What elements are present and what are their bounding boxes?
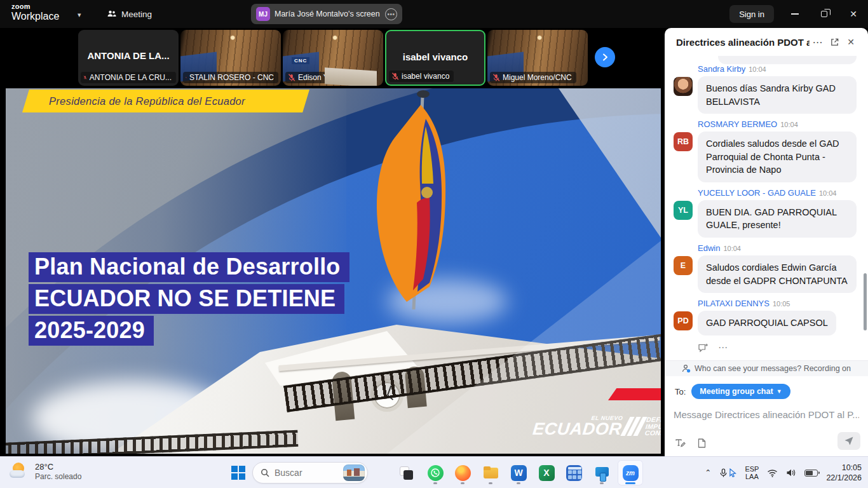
phone-link-icon bbox=[594, 465, 610, 481]
word-button[interactable]: W bbox=[506, 460, 531, 485]
message-bubble: Buenos días Sandra Kirby GAD BELLAVISTA bbox=[698, 76, 857, 114]
running-indicator bbox=[461, 482, 465, 484]
slide-title: Plan Nacional de Desarrollo ECUADOR NO S… bbox=[29, 252, 349, 348]
message-bubble: Cordiales saludos desde el GAD Parroquia… bbox=[698, 132, 857, 182]
chevron-right-icon bbox=[600, 53, 609, 62]
microphone-tray-icon[interactable] bbox=[719, 468, 728, 478]
tab-meeting[interactable]: Meeting bbox=[102, 5, 157, 23]
muted-mic-icon bbox=[186, 74, 187, 81]
participant-tile[interactable]: CNC Edison Yánez / CNC bbox=[283, 30, 383, 86]
close-chat-icon[interactable]: ✕ bbox=[843, 34, 859, 50]
task-view-button[interactable] bbox=[393, 460, 419, 485]
attach-file-icon[interactable] bbox=[697, 438, 707, 449]
avatar: E bbox=[674, 256, 693, 275]
participant-tile[interactable]: ANTONIA DE LA... ANTONIA DE LA CRU... bbox=[78, 30, 179, 86]
format-text-icon[interactable] bbox=[675, 438, 686, 449]
tray-time: 10:05 bbox=[826, 463, 862, 473]
message-actions: ⋯ bbox=[665, 341, 868, 354]
chat-more-icon[interactable]: ⋯ bbox=[810, 34, 826, 50]
add-reply-icon[interactable] bbox=[698, 342, 709, 353]
sign-in-button[interactable]: Sign in bbox=[729, 5, 774, 23]
avatar: YL bbox=[674, 201, 693, 220]
wifi-icon[interactable] bbox=[767, 469, 778, 477]
participant-label: ANTONIA DE LA CRU... bbox=[90, 73, 172, 82]
slide-title-line: Plan Nacional de Desarrollo bbox=[29, 252, 349, 282]
chevron-down-icon[interactable]: ▾ bbox=[78, 11, 81, 19]
muted-mic-icon bbox=[83, 74, 87, 81]
taskbar-search[interactable] bbox=[252, 462, 368, 484]
workplace-logo-text: Workplace bbox=[11, 11, 59, 22]
privacy-notice-bar[interactable]: Who can see your messages? Recording on bbox=[665, 360, 868, 376]
participant-tile[interactable]: STALIN ROSERO - CNC bbox=[180, 30, 281, 86]
search-input[interactable] bbox=[275, 468, 338, 478]
chat-message-list: Sandra Kirby10:04 Buenos días Sandra Kir… bbox=[665, 64, 868, 354]
running-indicator bbox=[517, 482, 520, 484]
chat-scrollbar[interactable] bbox=[864, 273, 867, 330]
chevron-down-icon: ▼ bbox=[776, 388, 782, 395]
participant-name-overlay: isabel vivanco bbox=[386, 51, 484, 62]
tab-shared-screen[interactable]: MJ María José Montalvo's screen ••• bbox=[251, 4, 402, 24]
task-view-icon bbox=[398, 465, 414, 481]
taskbar-weather-widget[interactable]: 28°C Parc. soleado bbox=[9, 461, 81, 482]
phone-link-button[interactable] bbox=[589, 460, 614, 485]
sender-name: YUCELLY LOOR - GAD GUALE bbox=[698, 188, 816, 198]
windows-taskbar: 28°C Parc. soleado W X bbox=[0, 456, 868, 488]
message-more-icon[interactable]: ⋯ bbox=[718, 342, 728, 353]
chat-header: Directrices alineación PDOT al P... ⋯ ✕ bbox=[665, 28, 868, 56]
send-target-dropdown[interactable]: Meeting group chat ▼ bbox=[691, 384, 790, 399]
participant-video-strip: ANTONIA DE LA... ANTONIA DE LA CRU... ST… bbox=[0, 28, 665, 88]
participant-label: Edison Yánez / CNC bbox=[298, 73, 368, 82]
tray-date: 22/1/2026 bbox=[826, 473, 862, 483]
message-bubble: BUEN DIA. GAD PARROQUIAL GUALE, presente… bbox=[698, 200, 857, 238]
meeting-tab-label: Meeting bbox=[121, 10, 152, 19]
participant-tile[interactable]: Miguel Moreno/CNC bbox=[487, 30, 588, 86]
send-button[interactable] bbox=[837, 432, 860, 450]
whatsapp-button[interactable] bbox=[423, 460, 448, 485]
speaker-icon[interactable] bbox=[786, 468, 796, 477]
logo-slashes-icon bbox=[624, 417, 643, 436]
weather-temperature: 28°C bbox=[35, 462, 81, 471]
firefox-button[interactable] bbox=[450, 460, 475, 485]
word-icon: W bbox=[511, 465, 527, 481]
avatar bbox=[674, 77, 693, 96]
presidencia-banner: Presidencia de la República del Ecuador bbox=[22, 90, 309, 112]
message-input[interactable] bbox=[674, 407, 859, 422]
partly-sunny-icon bbox=[9, 461, 29, 482]
send-target-label: Meeting group chat bbox=[700, 387, 773, 396]
zoom-app-button[interactable]: zm bbox=[618, 460, 643, 485]
chat-compose-area: To: Meeting group chat ▼ bbox=[665, 376, 868, 456]
calculator-icon bbox=[566, 465, 582, 481]
slide-title-line: ECUADOR NO SE DETIENE bbox=[29, 284, 344, 314]
next-participants-button[interactable] bbox=[595, 47, 615, 67]
logo-ecuador: ECUADOR bbox=[532, 421, 623, 438]
people-icon bbox=[107, 9, 117, 19]
partial-message-bubble bbox=[718, 56, 857, 64]
shared-screen-tab-label: María José Montalvo's screen bbox=[275, 10, 381, 18]
chat-message: YL YUCELLY LOOR - GAD GUALE10:04 BUEN DI… bbox=[665, 188, 868, 238]
more-options-icon[interactable]: ••• bbox=[385, 8, 397, 20]
pop-out-icon[interactable] bbox=[826, 34, 843, 50]
start-button[interactable] bbox=[231, 466, 245, 480]
muted-mic-icon bbox=[391, 72, 399, 80]
file-explorer-button[interactable] bbox=[478, 460, 503, 485]
participant-tile-active-speaker[interactable]: isabel vivanco isabel vivanco bbox=[385, 30, 485, 86]
participant-label: Miguel Moreno/CNC bbox=[503, 73, 572, 82]
minimize-button[interactable] bbox=[781, 0, 809, 28]
message-bubble: GAD PARROQUIAL CAPSOL bbox=[698, 311, 836, 336]
close-button[interactable] bbox=[839, 0, 867, 28]
avatar: MJ bbox=[256, 7, 270, 21]
restore-icon bbox=[821, 11, 827, 17]
excel-button[interactable]: X bbox=[534, 460, 559, 485]
hidden-icons-chevron[interactable]: ⌃ bbox=[705, 468, 711, 477]
firefox-icon bbox=[455, 465, 471, 481]
pointer-tray-icon[interactable] bbox=[729, 468, 736, 477]
sender-name: Edwin bbox=[698, 243, 720, 253]
keyboard-language-indicator[interactable]: ESP LAA bbox=[745, 465, 759, 480]
message-time: 10:04 bbox=[780, 121, 798, 128]
chat-title: Directrices alineación PDOT al P... bbox=[676, 37, 810, 48]
avatar: RB bbox=[674, 132, 693, 151]
calculator-button[interactable] bbox=[561, 460, 587, 485]
restore-button[interactable] bbox=[810, 0, 838, 28]
battery-icon[interactable] bbox=[804, 470, 818, 477]
taskbar-clock[interactable]: 10:05 22/1/2026 bbox=[826, 463, 862, 483]
